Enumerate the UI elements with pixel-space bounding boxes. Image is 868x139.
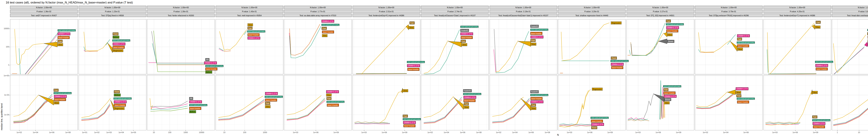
series-label: CRAN=1.17.6: [815, 64, 828, 67]
x-tick-label: 1e+09: [810, 131, 821, 134]
series-label: FasterIO: [460, 29, 469, 32]
strip-test: Test: fread disk overhead improved in #6…: [832, 14, 868, 17]
series-label: CRAN=1.17.6: [664, 95, 677, 98]
series-label: base=master: [58, 36, 70, 39]
series-label: CRAN=1.17.6: [189, 101, 202, 103]
series-label: Slow: [664, 102, 670, 104]
x-tick-label: 1e+06: [46, 131, 57, 134]
series-label: Fixed: [611, 57, 617, 59]
series-label: CRAN=1.17.6: [813, 122, 825, 125]
series-label: Fast: [812, 115, 817, 118]
strip-pvalue: P.value: 3.79e-01: [695, 10, 763, 13]
plot-panel: FasterIOHEAD=additionalFreadFormattingba…: [490, 75, 557, 130]
plot-panel: FastSlowHEAD=additionalFreadFormattingCR…: [764, 19, 831, 74]
series-label: base=master: [205, 67, 217, 71]
series-label: base=master: [666, 30, 678, 32]
series-label: Fast: [461, 40, 466, 43]
strip-test: Test: forderv(retGrp=T) improved in #438…: [764, 14, 831, 17]
x-tick-label: 1e+03: [564, 131, 575, 134]
x-tick-label: 1e+04: [720, 131, 731, 134]
series-label: base=master: [327, 104, 339, 107]
x-tick-label: 1e+06: [585, 131, 595, 134]
x-tick-mark: [705, 130, 706, 131]
series-label: Fast: [666, 20, 671, 22]
series-label: CRAN=1.17.6: [114, 101, 127, 103]
strip-pvalue: P.value: 1.43e-01: [216, 10, 283, 13]
series-label: HEAD=additionalFreadFormatting: [591, 117, 609, 119]
series-label: HEAD=additionalFreadFormatting: [812, 119, 830, 121]
x-tick-label: 1e+06: [458, 131, 468, 134]
x-tick-mark: [547, 130, 548, 131]
plot-panel: FixedBeforeHEAD=additionalFreadFormattin…: [79, 75, 146, 130]
series-label: HEAD=additionalFreadFormatting: [114, 98, 132, 100]
x-tick-mark: [68, 130, 68, 131]
x-tick-label: 1e+04: [116, 131, 126, 134]
series-label: CRAN=1.17.6: [248, 37, 260, 39]
series-label: base=master: [461, 36, 473, 39]
x-tick-label: 1e+09: [673, 131, 684, 134]
strip-pvalue: P.value: 3.20e-01: [558, 10, 626, 13]
x-tick-label: 1e+02: [92, 131, 102, 134]
strip-nfactor: N.factor: 1.00e+00: [421, 6, 489, 9]
strip-nfactor: N.factor: 1.00e+00: [558, 6, 626, 9]
series-label: Slow: [265, 105, 271, 108]
series-label: Slow: [326, 94, 332, 96]
series-label: Slow: [531, 43, 536, 46]
x-tick-label: 1e+06: [311, 131, 321, 134]
strip-nfactor: N.factor: 1.00e+00: [10, 6, 78, 9]
plot-panel: FastSlowHEAD=additionalFreadFormattingCR…: [352, 19, 420, 74]
series-label: Regression: [592, 88, 602, 90]
series-label: CRAN=1.17.6: [265, 92, 278, 95]
y-tick-mark: [9, 115, 10, 115]
series-label: CRAN=1.17.6: [326, 90, 339, 93]
series-label: Slow: [815, 26, 820, 28]
series-label: base=master: [663, 91, 676, 94]
plot-panel: SlowFastHEAD=additionalFreadFormattingba…: [216, 19, 283, 74]
strip-pvalue: P.value: 2.74e-01: [421, 10, 489, 13]
x-axis-label: N: [549, 134, 567, 136]
series-label: Slow: [462, 43, 467, 46]
series-label: Slow: [403, 89, 408, 92]
series-label: HEAD=additionalFreadFormatting: [815, 61, 833, 63]
figure-title: 16 test cases (all), ordered by N.factor…: [6, 1, 133, 4]
series-label: HEAD=additionalFreadFormatting: [403, 118, 421, 120]
series-label: Fast: [322, 27, 327, 30]
series-label: HEAD=additionalFreadFormatting: [463, 93, 481, 95]
strip-pvalue: P.value: 2.51e-01: [352, 10, 420, 13]
x-tick-label: 1e+06: [790, 131, 801, 134]
series-label: CRAN=1.17.6: [403, 121, 416, 124]
series-label: HEAD=additionalFreadFormatting: [112, 39, 130, 41]
plot-panel: CRAN=1.17.6SlowFastHEAD=additionalFreadF…: [695, 75, 763, 130]
x-tick-label: 1e+02: [425, 131, 435, 134]
x-tick-label: 1e+08: [63, 131, 73, 134]
plot-panel: HEAD=additionalFreadFormattingFastbase=m…: [832, 75, 868, 130]
series-label: Fast: [265, 102, 270, 105]
x-tick-mark: [590, 130, 590, 131]
x-tick-label: 1e+04: [441, 131, 452, 134]
plot-panel: SlowFastHEAD=additionalFreadFormattingCR…: [352, 75, 420, 130]
x-tick-label: 1e+06: [379, 131, 390, 134]
plot-panel: CRAN=1.17.6HEAD=additionalFreadFormattin…: [216, 75, 283, 130]
x-tick-label: 1e+02: [493, 131, 504, 134]
series-label: Fast: [58, 40, 62, 43]
x-tick-label: 10000: [196, 131, 207, 134]
x-tick-label: 1000: [260, 131, 270, 134]
plot-panel: CRAN=1.17.6FastHEAD=additionalFreadForma…: [695, 19, 763, 74]
plot-panel: CRAN=1.17.6SlowFastHEAD=additionalFreadF…: [284, 75, 352, 130]
x-tick-label: 1e+06: [741, 131, 751, 134]
series-label: Fast: [867, 32, 868, 35]
x-tick-label: 1e+03: [770, 131, 780, 134]
series-label: Slow: [58, 43, 63, 46]
plot-panel: HEAD=additionalFreadFormattingFasterIOCR…: [421, 19, 489, 74]
y-tick-label: 1: [0, 64, 9, 66]
x-tick-mark: [638, 130, 638, 131]
series-label: Fast: [531, 104, 536, 107]
plot-panel: HEAD=additionalFreadFormattingCRAN=1.17.…: [10, 19, 78, 74]
series-label: base=master: [816, 67, 828, 71]
series-label: HEAD=additionalFreadFormatting: [530, 29, 549, 31]
x-tick-label: 1e+04: [30, 131, 41, 134]
y-tick-mark: [9, 47, 10, 47]
series-label: HEAD=additionalFreadFormatting: [327, 101, 345, 103]
series-label: CRAN=1.17.6: [464, 96, 476, 99]
x-tick-mark: [19, 130, 20, 131]
